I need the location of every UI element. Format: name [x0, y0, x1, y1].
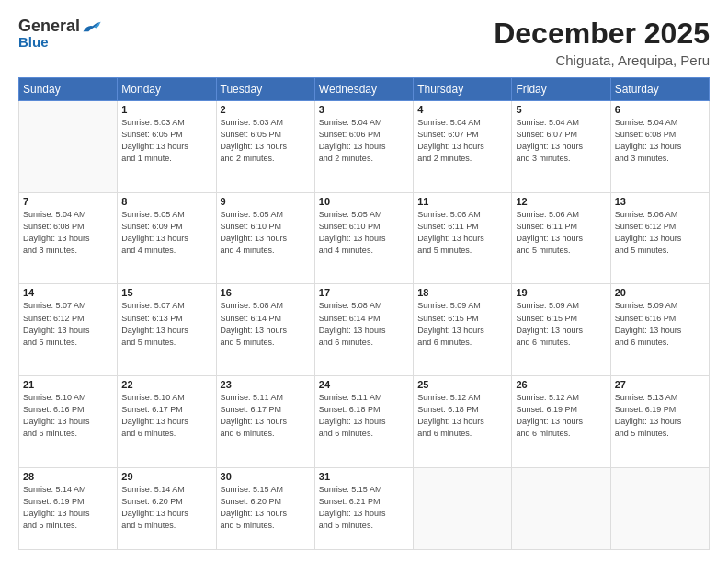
day-info: Sunrise: 5:07 AM Sunset: 6:13 PM Dayligh…: [121, 300, 211, 348]
day-number: 25: [417, 379, 507, 390]
calendar-cell: 26Sunrise: 5:12 AM Sunset: 6:19 PM Dayli…: [512, 376, 610, 468]
weekday-header-thursday: Thursday: [414, 78, 512, 101]
logo-blue-text: Blue: [18, 34, 49, 50]
day-info: Sunrise: 5:04 AM Sunset: 6:08 PM Dayligh…: [615, 117, 705, 165]
day-info: Sunrise: 5:11 AM Sunset: 6:18 PM Dayligh…: [319, 392, 409, 440]
day-number: 31: [319, 471, 409, 482]
day-info: Sunrise: 5:03 AM Sunset: 6:05 PM Dayligh…: [221, 117, 311, 165]
day-number: 18: [417, 287, 507, 298]
calendar-cell: 11Sunrise: 5:06 AM Sunset: 6:11 PM Dayli…: [414, 192, 512, 284]
day-info: Sunrise: 5:04 AM Sunset: 6:06 PM Dayligh…: [319, 117, 409, 165]
calendar-cell: 8Sunrise: 5:05 AM Sunset: 6:09 PM Daylig…: [118, 192, 216, 284]
header: General Blue December 2025 Chiguata, Are…: [18, 17, 710, 68]
calendar-cell: 20Sunrise: 5:09 AM Sunset: 6:16 PM Dayli…: [610, 284, 709, 376]
day-number: 15: [121, 287, 211, 298]
calendar-cell: 18Sunrise: 5:09 AM Sunset: 6:15 PM Dayli…: [414, 284, 512, 376]
weekday-header-sunday: Sunday: [19, 78, 118, 101]
day-info: Sunrise: 5:08 AM Sunset: 6:14 PM Dayligh…: [221, 300, 311, 348]
calendar-cell: 22Sunrise: 5:10 AM Sunset: 6:17 PM Dayli…: [118, 376, 216, 468]
day-number: 24: [319, 379, 409, 390]
calendar-week-row: 14Sunrise: 5:07 AM Sunset: 6:12 PM Dayli…: [19, 284, 710, 376]
day-number: 20: [615, 287, 705, 298]
logo-general-text: General: [18, 17, 80, 36]
day-number: 8: [121, 196, 211, 207]
calendar-week-row: 21Sunrise: 5:10 AM Sunset: 6:16 PM Dayli…: [19, 376, 710, 468]
day-number: 19: [516, 287, 606, 298]
day-number: 26: [516, 379, 606, 390]
calendar-cell: 19Sunrise: 5:09 AM Sunset: 6:15 PM Dayli…: [512, 284, 610, 376]
calendar-cell: 31Sunrise: 5:15 AM Sunset: 6:21 PM Dayli…: [314, 467, 413, 549]
calendar-week-row: 7Sunrise: 5:04 AM Sunset: 6:08 PM Daylig…: [19, 192, 710, 284]
day-number: 9: [221, 196, 311, 207]
day-number: 14: [23, 287, 113, 298]
day-info: Sunrise: 5:09 AM Sunset: 6:16 PM Dayligh…: [615, 300, 705, 348]
calendar-cell: 5Sunrise: 5:04 AM Sunset: 6:07 PM Daylig…: [512, 101, 610, 193]
calendar-cell: 6Sunrise: 5:04 AM Sunset: 6:08 PM Daylig…: [610, 101, 709, 193]
day-number: 10: [319, 196, 409, 207]
day-number: 11: [417, 196, 507, 207]
day-info: Sunrise: 5:05 AM Sunset: 6:10 PM Dayligh…: [319, 209, 409, 257]
day-info: Sunrise: 5:12 AM Sunset: 6:18 PM Dayligh…: [417, 392, 507, 440]
day-number: 5: [516, 104, 606, 115]
calendar-cell: 3Sunrise: 5:04 AM Sunset: 6:06 PM Daylig…: [314, 101, 413, 193]
day-info: Sunrise: 5:10 AM Sunset: 6:17 PM Dayligh…: [121, 392, 211, 440]
day-info: Sunrise: 5:15 AM Sunset: 6:20 PM Dayligh…: [221, 484, 311, 532]
day-info: Sunrise: 5:11 AM Sunset: 6:17 PM Dayligh…: [221, 392, 311, 440]
calendar-week-row: 28Sunrise: 5:14 AM Sunset: 6:19 PM Dayli…: [19, 467, 710, 549]
day-info: Sunrise: 5:06 AM Sunset: 6:11 PM Dayligh…: [516, 209, 606, 257]
day-number: 6: [615, 104, 705, 115]
day-info: Sunrise: 5:07 AM Sunset: 6:12 PM Dayligh…: [23, 300, 113, 348]
day-number: 16: [221, 287, 311, 298]
calendar-cell: 13Sunrise: 5:06 AM Sunset: 6:12 PM Dayli…: [610, 192, 709, 284]
day-info: Sunrise: 5:13 AM Sunset: 6:19 PM Dayligh…: [615, 392, 705, 440]
calendar-cell: 17Sunrise: 5:08 AM Sunset: 6:14 PM Dayli…: [314, 284, 413, 376]
calendar-cell: 28Sunrise: 5:14 AM Sunset: 6:19 PM Dayli…: [19, 467, 118, 549]
weekday-header-wednesday: Wednesday: [314, 78, 413, 101]
day-info: Sunrise: 5:15 AM Sunset: 6:21 PM Dayligh…: [319, 484, 409, 532]
day-number: 3: [319, 104, 409, 115]
day-number: 29: [121, 471, 211, 482]
day-number: 2: [221, 104, 311, 115]
calendar-cell: 15Sunrise: 5:07 AM Sunset: 6:13 PM Dayli…: [118, 284, 216, 376]
day-number: 30: [221, 471, 311, 482]
calendar-cell: 4Sunrise: 5:04 AM Sunset: 6:07 PM Daylig…: [414, 101, 512, 193]
day-info: Sunrise: 5:06 AM Sunset: 6:11 PM Dayligh…: [417, 209, 507, 257]
day-info: Sunrise: 5:05 AM Sunset: 6:10 PM Dayligh…: [221, 209, 311, 257]
logo-bird-icon: [82, 18, 102, 35]
calendar-cell: 30Sunrise: 5:15 AM Sunset: 6:20 PM Dayli…: [216, 467, 314, 549]
day-number: 23: [221, 379, 311, 390]
calendar-cell: 1Sunrise: 5:03 AM Sunset: 6:05 PM Daylig…: [118, 101, 216, 193]
title-block: December 2025 Chiguata, Arequipa, Peru: [494, 17, 710, 68]
day-info: Sunrise: 5:04 AM Sunset: 6:07 PM Dayligh…: [516, 117, 606, 165]
calendar-cell: 25Sunrise: 5:12 AM Sunset: 6:18 PM Dayli…: [414, 376, 512, 468]
day-number: 17: [319, 287, 409, 298]
calendar-week-row: 1Sunrise: 5:03 AM Sunset: 6:05 PM Daylig…: [19, 101, 710, 193]
calendar-cell: [512, 467, 610, 549]
calendar-cell: 24Sunrise: 5:11 AM Sunset: 6:18 PM Dayli…: [314, 376, 413, 468]
day-info: Sunrise: 5:10 AM Sunset: 6:16 PM Dayligh…: [23, 392, 113, 440]
weekday-header-tuesday: Tuesday: [216, 78, 314, 101]
day-number: 28: [23, 471, 113, 482]
calendar-cell: [19, 101, 118, 193]
weekday-header-friday: Friday: [512, 78, 610, 101]
day-number: 12: [516, 196, 606, 207]
day-info: Sunrise: 5:04 AM Sunset: 6:07 PM Dayligh…: [417, 117, 507, 165]
calendar-cell: 12Sunrise: 5:06 AM Sunset: 6:11 PM Dayli…: [512, 192, 610, 284]
day-info: Sunrise: 5:12 AM Sunset: 6:19 PM Dayligh…: [516, 392, 606, 440]
day-info: Sunrise: 5:03 AM Sunset: 6:05 PM Dayligh…: [121, 117, 211, 165]
weekday-header-row: SundayMondayTuesdayWednesdayThursdayFrid…: [19, 78, 710, 101]
calendar-cell: 21Sunrise: 5:10 AM Sunset: 6:16 PM Dayli…: [19, 376, 118, 468]
calendar-cell: 16Sunrise: 5:08 AM Sunset: 6:14 PM Dayli…: [216, 284, 314, 376]
calendar-cell: 27Sunrise: 5:13 AM Sunset: 6:19 PM Dayli…: [610, 376, 709, 468]
day-number: 7: [23, 196, 113, 207]
calendar-cell: 9Sunrise: 5:05 AM Sunset: 6:10 PM Daylig…: [216, 192, 314, 284]
page: General Blue December 2025 Chiguata, Are…: [0, 0, 728, 563]
day-info: Sunrise: 5:05 AM Sunset: 6:09 PM Dayligh…: [121, 209, 211, 257]
day-number: 27: [615, 379, 705, 390]
day-info: Sunrise: 5:09 AM Sunset: 6:15 PM Dayligh…: [417, 300, 507, 348]
day-number: 13: [615, 196, 705, 207]
weekday-header-monday: Monday: [118, 78, 216, 101]
weekday-header-saturday: Saturday: [610, 78, 709, 101]
day-info: Sunrise: 5:14 AM Sunset: 6:20 PM Dayligh…: [121, 484, 211, 532]
month-title: December 2025: [494, 17, 710, 51]
